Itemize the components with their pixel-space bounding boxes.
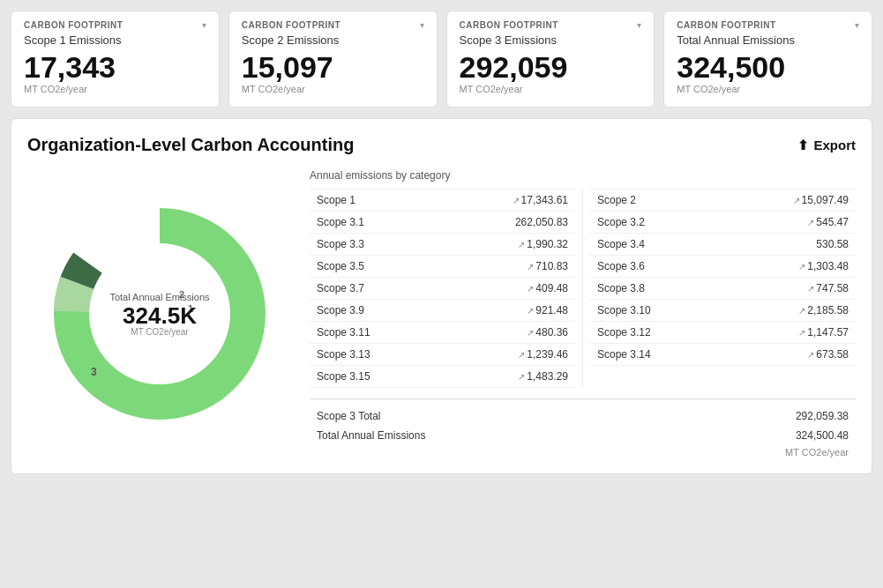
scope3-total-row: Scope 3 Total 292,059.38 <box>310 406 856 426</box>
card-label-1: CARBON FOOTPRINT <box>242 20 340 30</box>
card-title-2: Scope 3 Emissions <box>460 33 642 47</box>
card-title-1: Scope 2 Emissions <box>242 33 424 47</box>
annual-total-row: Total Annual Emissions 324,500.48 <box>310 426 856 445</box>
row-value: 17,343.61 <box>513 194 568 206</box>
table-row: Scope 3.7 409.48 <box>310 278 575 300</box>
row-name: Scope 3.11 <box>317 326 370 339</box>
top-cards-container: CARBON FOOTPRINT ▾ Scope 1 Emissions 17,… <box>11 11 872 108</box>
card-dropdown-icon-2[interactable]: ▾ <box>637 20 641 30</box>
row-value: 262,050.83 <box>515 216 568 228</box>
card-2: CARBON FOOTPRINT ▾ Scope 3 Emissions 292… <box>446 11 655 108</box>
row-value: 1,239.46 <box>518 348 568 361</box>
table-row: Scope 2 15,097.49 <box>590 189 856 212</box>
annual-total-label: Total Annual Emissions <box>317 429 425 442</box>
main-panel: Organization-Level Carbon Accounting ⬆ E… <box>11 118 872 474</box>
scope3-total-value: 292,059.38 <box>796 410 849 422</box>
card-unit-2: MT CO2e/year <box>460 84 642 94</box>
table-row: Scope 3.5 710.83 <box>310 256 575 278</box>
row-name: Scope 3.1 <box>317 216 364 228</box>
row-value: 409.48 <box>527 282 568 294</box>
row-value: 2,185.58 <box>798 304 849 316</box>
row-value: 747.58 <box>807 282 849 294</box>
table-row: Scope 3.10 2,185.58 <box>590 300 856 322</box>
row-value: 1,990.32 <box>518 238 568 250</box>
donut-center-value: 324.5K <box>109 303 209 326</box>
table-row: Scope 3.4 530.58 <box>590 234 856 256</box>
card-value-0: 17,343 <box>24 52 206 82</box>
row-name: Scope 3.6 <box>597 260 645 272</box>
card-title-0: Scope 1 Emissions <box>24 33 206 47</box>
table-row: Scope 3.14 673.58 <box>590 344 856 366</box>
total-unit: MT CO2e/year <box>310 447 856 458</box>
main-title: Organization-Level Carbon Accounting <box>27 135 354 155</box>
card-dropdown-icon-0[interactable]: ▾ <box>202 20 206 30</box>
row-name: Scope 2 <box>597 194 636 206</box>
chart-area: 2 1 3 Total Annual Emissions 324.5K MT C… <box>27 169 292 458</box>
card-value-2: 292,059 <box>460 52 642 82</box>
annual-total-value: 324,500.48 <box>796 429 849 442</box>
card-value-1: 15,097 <box>242 52 424 82</box>
donut-center-label: Total Annual Emissions <box>109 291 209 301</box>
row-name: Scope 3.3 <box>317 238 364 250</box>
table-row: Scope 3.12 1,147.57 <box>590 322 856 344</box>
card-dropdown-icon-1[interactable]: ▾ <box>420 20 424 30</box>
row-value: 673.58 <box>807 348 849 361</box>
row-value: 1,483.29 <box>518 370 568 383</box>
table-area: Annual emissions by category Scope 1 17,… <box>310 169 856 458</box>
row-value: 710.83 <box>527 260 568 272</box>
table-row: Scope 3.1 262,050.83 <box>310 212 575 234</box>
card-unit-3: MT CO2e/year <box>677 84 859 94</box>
card-title-3: Total Annual Emissions <box>677 33 859 47</box>
card-3: CARBON FOOTPRINT ▾ Total Annual Emission… <box>663 11 872 108</box>
export-button[interactable]: ⬆ Export <box>797 138 856 153</box>
card-dropdown-icon-3[interactable]: ▾ <box>855 20 859 30</box>
row-name: Scope 1 <box>317 194 355 206</box>
card-label-3: CARBON FOOTPRINT <box>677 20 775 30</box>
table-row: Scope 1 17,343.61 <box>310 189 575 212</box>
table-row: Scope 3.15 1,483.29 <box>310 366 575 388</box>
scope3-total-label: Scope 3 Total <box>317 410 381 422</box>
table-row: Scope 3.3 1,990.32 <box>310 234 575 256</box>
card-label-2: CARBON FOOTPRINT <box>460 20 558 30</box>
row-value: 921.48 <box>527 304 568 316</box>
export-icon: ⬆ <box>797 138 809 153</box>
table-section-title: Annual emissions by category <box>310 169 856 182</box>
row-name: Scope 3.7 <box>317 282 364 294</box>
export-label: Export <box>813 138 856 153</box>
card-value-3: 324,500 <box>677 52 859 82</box>
table-row: Scope 3.13 1,239.46 <box>310 344 575 366</box>
table-row: Scope 3.8 747.58 <box>590 278 856 300</box>
row-name: Scope 3.15 <box>317 370 370 383</box>
row-name: Scope 3.5 <box>317 260 364 272</box>
card-unit-0: MT CO2e/year <box>24 84 206 94</box>
right-column: Scope 2 15,097.49 Scope 3.2 545.47 Scope… <box>590 189 856 388</box>
table-row: Scope 3.9 921.48 <box>310 300 575 322</box>
row-name: Scope 3.9 <box>317 304 364 316</box>
card-0: CARBON FOOTPRINT ▾ Scope 1 Emissions 17,… <box>11 11 220 108</box>
row-value: 530.58 <box>816 238 849 250</box>
left-column: Scope 1 17,343.61 Scope 3.1 262,050.83 S… <box>310 189 575 388</box>
table-row: Scope 3.2 545.47 <box>590 212 856 234</box>
row-name: Scope 3.2 <box>597 216 645 228</box>
row-name: Scope 3.12 <box>597 326 651 339</box>
row-value: 545.47 <box>807 216 849 228</box>
row-value: 480.36 <box>527 326 568 339</box>
card-1: CARBON FOOTPRINT ▾ Scope 2 Emissions 15,… <box>228 11 438 108</box>
table-row: Scope 3.6 1,303.48 <box>590 256 856 278</box>
row-value: 1,147.57 <box>798 326 849 339</box>
row-name: Scope 3.14 <box>597 348 651 361</box>
card-label-0: CARBON FOOTPRINT <box>24 20 123 30</box>
row-name: Scope 3.4 <box>597 238 645 250</box>
row-name: Scope 3.10 <box>597 304 651 316</box>
row-value: 1,303.48 <box>798 260 849 272</box>
table-row: Scope 3.11 480.36 <box>310 322 575 344</box>
row-name: Scope 3.8 <box>597 282 645 294</box>
row-value: 15,097.49 <box>793 194 849 206</box>
row-name: Scope 3.13 <box>317 348 370 361</box>
svg-text:3: 3 <box>91 366 97 378</box>
card-unit-1: MT CO2e/year <box>242 84 424 94</box>
